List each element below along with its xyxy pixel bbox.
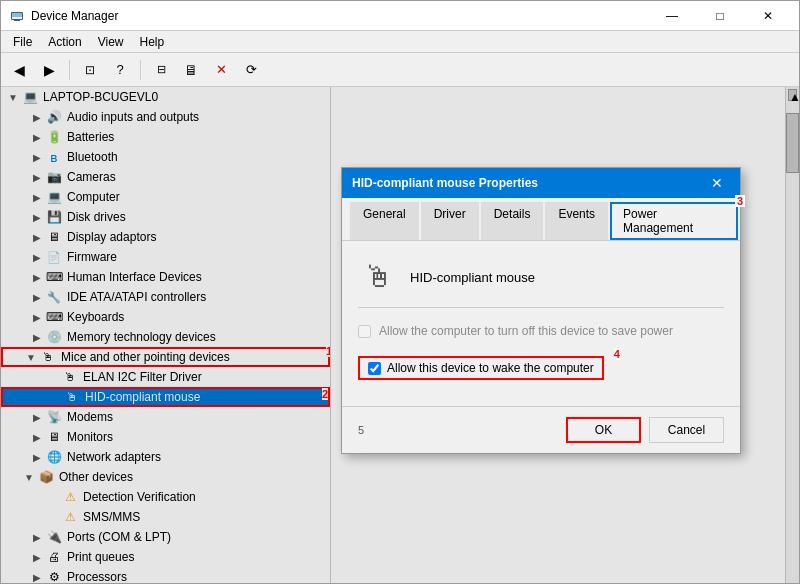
tab-driver[interactable]: Driver [421, 202, 479, 240]
toolbar-properties[interactable]: ⊡ [76, 57, 104, 83]
toolbar-sep-2 [140, 60, 141, 80]
window-title: Device Manager [31, 9, 649, 23]
menu-action[interactable]: Action [40, 33, 89, 51]
tab-events[interactable]: Events [545, 202, 608, 240]
window-controls: — □ ✕ [649, 1, 791, 31]
device-large-icon: 🖱 [358, 257, 398, 297]
checkbox-power-save-row: Allow the computer to turn off this devi… [358, 324, 724, 338]
toolbar: ◀ ▶ ⊡ ? ⊟ 🖥 ✕ ⟳ [1, 53, 799, 87]
ok-button[interactable]: OK [566, 417, 641, 443]
tab-details[interactable]: Details [481, 202, 544, 240]
dialog-buttons: 5 OK Cancel [342, 406, 740, 453]
title-bar: Device Manager — □ ✕ [1, 1, 799, 31]
annotation-3: 3 [735, 195, 745, 207]
tab-power-management[interactable]: Power Management 3 [610, 202, 738, 240]
toolbar-disable[interactable]: ✕ [207, 57, 235, 83]
toolbar-back[interactable]: ◀ [5, 57, 33, 83]
toolbar-update[interactable]: ⊟ [147, 57, 175, 83]
tab-general[interactable]: General [350, 202, 419, 240]
annotation-4: 4 [614, 348, 620, 360]
menu-bar: File Action View Help [1, 31, 799, 53]
toolbar-forward[interactable]: ▶ [35, 57, 63, 83]
dialog-title-bar: HID-compliant mouse Properties ✕ [342, 168, 740, 198]
close-button[interactable]: ✕ [745, 1, 791, 31]
checkbox-wake-wrapper: Allow this device to wake the computer 4 [358, 356, 604, 380]
svg-rect-3 [12, 13, 22, 17]
toolbar-refresh[interactable]: ⟳ [237, 57, 265, 83]
main-content: ▼ 💻 LAPTOP-BCUGEVL0 ▶ 🔊 Audio inputs and… [1, 87, 799, 583]
dialog-close-button[interactable]: ✕ [704, 170, 730, 196]
dialog-tab-bar: General Driver Details Events Power Mana… [342, 198, 740, 241]
checkbox-wake-label: Allow this device to wake the computer [387, 361, 594, 375]
dialog-title-text: HID-compliant mouse Properties [352, 176, 704, 190]
menu-view[interactable]: View [90, 33, 132, 51]
checkbox-wake[interactable] [368, 362, 381, 375]
annotation-5-label: 5 [358, 424, 364, 436]
checkbox-power-save-label: Allow the computer to turn off this devi… [379, 324, 673, 338]
toolbar-scan[interactable]: 🖥 [177, 57, 205, 83]
cancel-button[interactable]: Cancel [649, 417, 724, 443]
dialog-body: 🖱 HID-compliant mouse Allow the computer… [342, 241, 740, 406]
svg-rect-1 [14, 20, 20, 21]
checkbox-wake-box: Allow this device to wake the computer [358, 356, 604, 380]
toolbar-help[interactable]: ? [106, 57, 134, 83]
minimize-button[interactable]: — [649, 1, 695, 31]
device-header: 🖱 HID-compliant mouse [358, 257, 724, 308]
maximize-button[interactable]: □ [697, 1, 743, 31]
device-name-label: HID-compliant mouse [410, 270, 535, 285]
menu-file[interactable]: File [5, 33, 40, 51]
checkbox-power-save[interactable] [358, 325, 371, 338]
toolbar-sep-1 [69, 60, 70, 80]
properties-dialog: HID-compliant mouse Properties ✕ General… [341, 167, 741, 454]
app-icon [9, 8, 25, 24]
menu-help[interactable]: Help [132, 33, 173, 51]
main-window: Device Manager — □ ✕ File Action View He… [0, 0, 800, 584]
tab-power-label: Power Management [623, 207, 693, 235]
